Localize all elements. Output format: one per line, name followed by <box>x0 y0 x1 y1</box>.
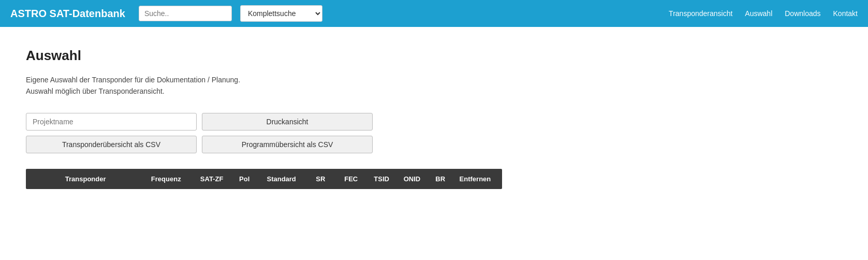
col-fec: FEC <box>336 175 366 183</box>
col-transponder: Transponder <box>31 175 140 183</box>
description-line2: Auswahl möglich über Transponderansicht. <box>26 87 165 95</box>
description-line1: Eigene Auswahl der Transponder für die D… <box>26 76 240 84</box>
project-name-input[interactable] <box>26 113 197 131</box>
table-header: Transponder Frequenz SAT-ZF Pol Standard… <box>26 169 502 189</box>
print-button[interactable]: Druckansicht <box>202 113 373 131</box>
header: ASTRO SAT-Datenbank Komplettsuche Transp… <box>0 0 868 27</box>
col-tsid: TSID <box>366 175 397 183</box>
main-content: Auswahl Eigene Auswahl der Transponder f… <box>0 27 868 210</box>
col-br: BR <box>427 175 453 183</box>
transponder-csv-button[interactable]: Transponderübersicht als CSV <box>26 136 197 153</box>
col-onid: ONID <box>397 175 428 183</box>
nav-kontakt[interactable]: Kontakt <box>833 9 858 18</box>
col-standard: Standard <box>257 175 305 183</box>
action-form: Druckansicht Transponderübersicht als CS… <box>26 113 842 153</box>
page-title: Auswahl <box>26 48 842 64</box>
col-entfernen: Entfernen <box>453 175 497 183</box>
nav-downloads[interactable]: Downloads <box>785 9 820 18</box>
nav-auswahl[interactable]: Auswahl <box>745 9 772 18</box>
col-sr: SR <box>305 175 336 183</box>
main-nav: Transponderansicht Auswahl Downloads Kon… <box>669 9 858 18</box>
site-logo: ASTRO SAT-Datenbank <box>10 8 125 20</box>
programm-csv-button[interactable]: Programmübersicht als CSV <box>202 136 373 153</box>
description: Eigene Auswahl der Transponder für die D… <box>26 74 842 97</box>
col-sat-zf: SAT-ZF <box>192 175 231 183</box>
col-frequenz: Frequenz <box>140 175 192 183</box>
col-pol: Pol <box>231 175 257 183</box>
nav-transponderansicht[interactable]: Transponderansicht <box>669 9 732 18</box>
search-type-select[interactable]: Komplettsuche Transpondersuche Programms… <box>240 5 322 22</box>
search-input[interactable] <box>139 6 232 21</box>
